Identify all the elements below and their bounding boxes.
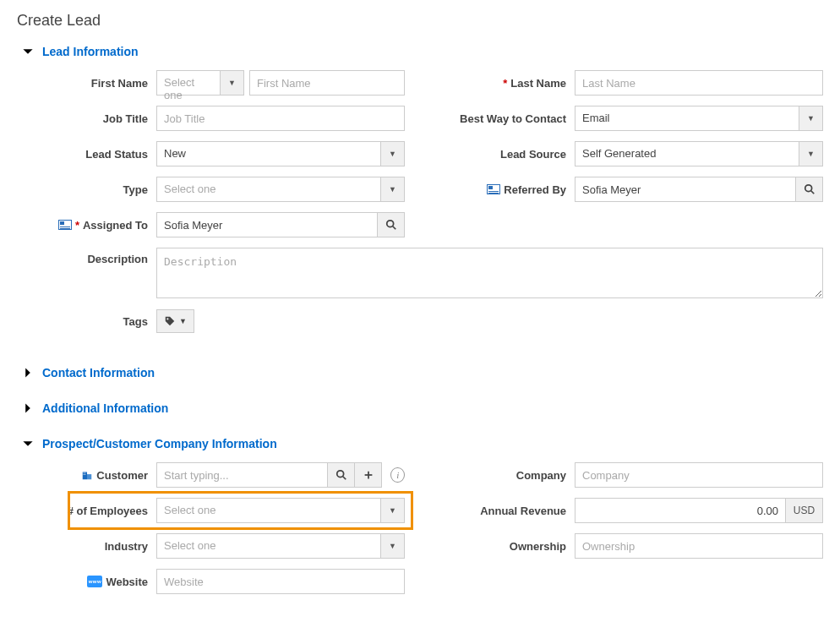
assigned-to-input[interactable] xyxy=(157,213,377,237)
lead-status-select[interactable]: New ▼ xyxy=(156,141,405,166)
section-title: Additional Information xyxy=(42,401,168,415)
svg-rect-9 xyxy=(84,474,85,475)
chevron-down-icon: ▼ xyxy=(380,177,404,201)
label-annual-revenue: Annual Revenue xyxy=(435,505,575,517)
plus-icon[interactable] xyxy=(354,463,381,487)
chevron-down-icon: ▼ xyxy=(380,534,404,558)
section-contact-information: Contact Information xyxy=(17,366,823,379)
best-contact-select[interactable]: Email ▼ xyxy=(575,106,823,131)
page-title: Create Lead xyxy=(17,12,823,30)
first-name-input[interactable] xyxy=(249,70,405,96)
chevron-right-icon xyxy=(22,402,34,414)
chevron-down-icon xyxy=(22,46,34,57)
chevron-down-icon: ▼ xyxy=(799,106,822,130)
section-header-lead-info[interactable]: Lead Information xyxy=(17,45,823,58)
label-job-title: Job Title xyxy=(17,112,156,125)
label-num-employees: # of Employees xyxy=(17,505,156,517)
tags-button[interactable]: ▼ xyxy=(156,309,194,333)
num-employees-select[interactable]: Select one ▼ xyxy=(156,498,405,523)
required-icon: * xyxy=(503,77,507,90)
customer-lookup[interactable] xyxy=(156,462,382,488)
last-name-input[interactable] xyxy=(575,70,823,96)
label-type: Type xyxy=(17,183,156,196)
customer-input[interactable] xyxy=(157,463,327,487)
best-contact-value: Email xyxy=(575,106,799,130)
info-icon[interactable]: i xyxy=(390,467,405,483)
label-lead-status: Lead Status xyxy=(17,148,156,161)
section-additional-information: Additional Information xyxy=(17,401,823,415)
section-company-information: Prospect/Customer Company Information Cu… xyxy=(17,437,823,604)
section-header-contact[interactable]: Contact Information xyxy=(17,366,823,379)
chevron-down-icon: ▼ xyxy=(220,71,243,95)
label-assigned-to: * Assigned To xyxy=(17,219,156,232)
lead-status-value: New xyxy=(157,142,380,166)
type-value: Select one xyxy=(157,177,380,201)
ownership-input[interactable] xyxy=(575,533,823,559)
annual-revenue-group: USD xyxy=(575,498,823,523)
num-employees-value: Select one xyxy=(157,499,380,522)
lead-source-select[interactable]: Self Generated ▼ xyxy=(575,141,823,166)
svg-rect-8 xyxy=(85,472,86,473)
required-icon: * xyxy=(75,219,79,232)
svg-point-0 xyxy=(805,185,811,192)
currency-label: USD xyxy=(785,499,822,522)
lead-source-value: Self Generated xyxy=(575,142,799,166)
chevron-down-icon: ▼ xyxy=(179,317,187,325)
label-referred-by: Referred By xyxy=(435,183,575,196)
section-title: Prospect/Customer Company Information xyxy=(42,437,277,450)
search-icon[interactable] xyxy=(327,463,354,487)
label-customer: Customer xyxy=(17,469,156,482)
label-description: Description xyxy=(17,248,156,265)
referred-by-input[interactable] xyxy=(575,177,795,201)
chevron-right-icon xyxy=(22,367,34,379)
assigned-to-lookup[interactable] xyxy=(156,212,405,237)
annual-revenue-input[interactable] xyxy=(575,499,785,522)
section-title: Contact Information xyxy=(42,366,155,379)
description-textarea[interactable] xyxy=(156,248,823,298)
card-icon xyxy=(487,184,500,194)
label-first-name: First Name xyxy=(17,77,156,90)
website-icon: www xyxy=(87,576,102,587)
salutation-value: Select one xyxy=(157,71,220,95)
search-icon[interactable] xyxy=(377,213,404,237)
label-industry: Industry xyxy=(17,540,156,553)
referred-by-lookup[interactable] xyxy=(575,177,823,202)
svg-line-1 xyxy=(810,191,814,194)
search-icon[interactable] xyxy=(795,177,822,201)
svg-point-11 xyxy=(337,471,344,478)
section-title: Lead Information xyxy=(42,45,139,58)
svg-point-4 xyxy=(166,318,168,319)
industry-select[interactable]: Select one ▼ xyxy=(156,533,405,559)
tag-icon xyxy=(164,315,176,327)
label-ownership: Ownership xyxy=(435,540,575,553)
label-last-name: * Last Name xyxy=(435,77,575,90)
svg-rect-7 xyxy=(84,472,85,473)
type-select[interactable]: Select one ▼ xyxy=(156,177,405,202)
label-company: Company xyxy=(435,469,575,482)
label-best-contact: Best Way to Contact xyxy=(435,112,575,125)
svg-rect-6 xyxy=(87,474,91,479)
section-lead-information: Lead Information First Name Select one ▼… xyxy=(17,45,823,344)
company-input[interactable] xyxy=(575,462,823,488)
chevron-down-icon: ▼ xyxy=(380,499,404,522)
svg-point-2 xyxy=(386,221,393,227)
industry-value: Select one xyxy=(157,534,380,558)
svg-line-3 xyxy=(392,226,395,230)
svg-rect-10 xyxy=(85,474,86,475)
section-header-additional[interactable]: Additional Information xyxy=(17,401,823,415)
label-website: www Website xyxy=(17,576,156,588)
chevron-down-icon xyxy=(22,438,34,450)
job-title-input[interactable] xyxy=(156,106,405,131)
card-icon xyxy=(58,220,72,230)
chevron-down-icon: ▼ xyxy=(799,142,822,166)
section-header-company[interactable]: Prospect/Customer Company Information xyxy=(17,437,823,450)
salutation-select[interactable]: Select one ▼ xyxy=(156,70,244,96)
svg-line-12 xyxy=(343,477,346,480)
label-tags: Tags xyxy=(17,315,156,328)
building-icon xyxy=(81,469,93,481)
website-input[interactable] xyxy=(156,569,405,594)
chevron-down-icon: ▼ xyxy=(380,142,404,166)
label-lead-source: Lead Source xyxy=(435,148,575,161)
